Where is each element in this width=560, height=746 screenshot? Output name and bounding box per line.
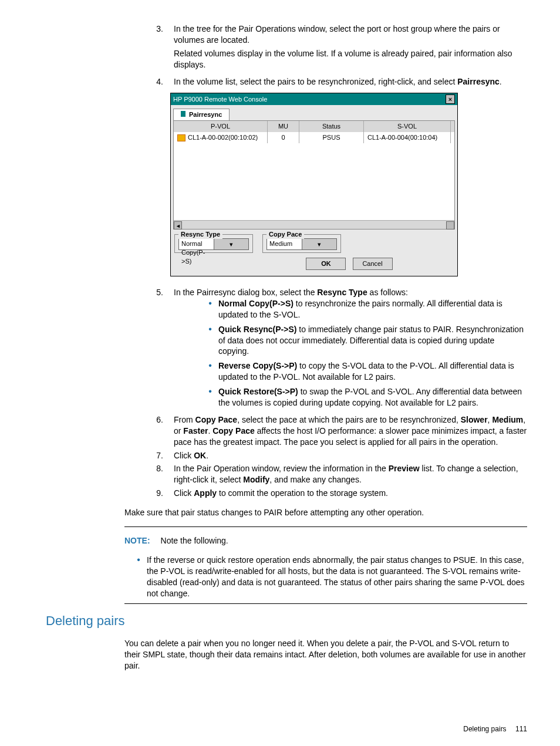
- col-mu: MU: [268, 121, 299, 132]
- copy-pace-select[interactable]: Medium ▾: [266, 238, 337, 250]
- cell: CL1-A-00-004(00:10:04): [364, 132, 451, 143]
- cell: CL1-A-00-002(00:10:02): [188, 134, 258, 141]
- step-5: 5. In the Pairresync dialog box, select …: [142, 287, 527, 412]
- step-text: In the volume list, select the pairs to …: [174, 77, 457, 86]
- t: to commit the operation to the storage s…: [217, 488, 388, 498]
- heading-deleting-pairs: Deleting pairs: [33, 612, 527, 630]
- table-row[interactable]: CL1-A-00-002(00:10:02) 0 PSUS CL1-A-00-0…: [174, 132, 454, 143]
- list-item: •Reverse Copy(S->P) to copy the S-VOL da…: [196, 360, 527, 383]
- bold-term: Reverse Copy(S->P): [218, 361, 297, 370]
- step-num: 4.: [142, 76, 174, 87]
- t: Click: [174, 488, 194, 498]
- note-text: If the reverse or quick restore operatio…: [147, 555, 527, 599]
- bold-term: Normal Copy(P->S): [218, 299, 294, 308]
- resync-type-group: Resync Type Normal Copy(P->S) ▾: [174, 234, 253, 253]
- bullet-icon: •: [196, 386, 218, 409]
- dialog-title: HP P9000 Remote Web Console: [173, 95, 267, 104]
- step-num: 3.: [142, 23, 174, 74]
- bold-term: Copy Pace: [195, 415, 238, 424]
- step-text: as follows:: [367, 288, 408, 297]
- group-label: Copy Pace: [266, 230, 304, 239]
- divider: [124, 603, 527, 604]
- resync-type-select[interactable]: Normal Copy(P->S) ▾: [178, 238, 249, 250]
- list-item: •Quick Resync(P->S) to immediately chang…: [196, 324, 527, 357]
- tab-label: Pairresync: [189, 111, 222, 118]
- divider: [124, 526, 527, 527]
- note-lead: Note the following.: [161, 536, 228, 545]
- volume-table: P-VOL MU Status S-VOL CL1-A-00-002(00:10…: [173, 120, 455, 229]
- bold-term: Quick Restore(S->P): [218, 387, 298, 396]
- t: In the Pair Operation window, review the…: [174, 464, 389, 473]
- t: , select the pace at which the pairs are…: [237, 415, 461, 424]
- h-scrollbar[interactable]: ◄►: [174, 220, 454, 229]
- t: , and make any changes.: [269, 475, 361, 484]
- bold-term: Preview: [389, 464, 420, 473]
- cell: 0: [268, 132, 299, 143]
- group-label: Resync Type: [178, 230, 222, 239]
- step-text: In the Pairresync dialog box, select the: [174, 288, 317, 297]
- step-7: 7. Click OK.: [142, 450, 527, 461]
- bold-term: Copy Pace: [212, 426, 255, 436]
- col-status: Status: [299, 121, 364, 132]
- pairresync-dialog: HP P9000 Remote Web Console × Pairresync…: [170, 93, 458, 276]
- step-num: 5.: [142, 287, 174, 412]
- close-icon[interactable]: ×: [446, 94, 455, 104]
- col-svol: S-VOL: [364, 121, 451, 132]
- t: Click: [174, 451, 194, 460]
- after-steps: Make sure that pair status changes to PA…: [33, 507, 527, 518]
- step-num: 8.: [142, 463, 174, 485]
- note-label: NOTE:: [124, 536, 161, 545]
- t: .: [208, 426, 212, 436]
- step-text-2: Related volumes display in the volume li…: [174, 48, 527, 70]
- step-num: 7.: [142, 450, 174, 461]
- bold-term: Faster: [183, 426, 208, 436]
- select-value: Medium: [267, 239, 302, 249]
- step-4: 4. In the volume list, select the pairs …: [142, 76, 527, 87]
- ok-button[interactable]: OK: [306, 258, 346, 270]
- step-6: 6. From Copy Pace, select the pace at wh…: [142, 414, 527, 448]
- bullet-icon: •: [124, 555, 147, 599]
- chevron-down-icon: ▾: [302, 239, 337, 249]
- step-text: .: [500, 77, 502, 86]
- cell: PSUS: [299, 132, 364, 143]
- list-item: •Normal Copy(P->S) to resynchronize the …: [196, 298, 527, 320]
- bullet-icon: •: [196, 360, 218, 383]
- page-number: 111: [508, 725, 527, 733]
- tab-pairresync[interactable]: Pairresync: [173, 109, 230, 120]
- step-num: 6.: [142, 414, 174, 448]
- step-num: 9.: [142, 488, 174, 499]
- deleting-body: You can delete a pair when you no longer…: [33, 638, 527, 671]
- select-value: Normal Copy(P->S): [179, 239, 214, 249]
- dialog-titlebar: HP P9000 Remote Web Console ×: [171, 93, 457, 105]
- bold-term: Slower: [461, 415, 488, 424]
- bold-term: Resync Type: [317, 288, 367, 297]
- bold-term: Apply: [194, 488, 217, 498]
- t: From: [174, 415, 195, 424]
- bold-term: OK: [194, 451, 206, 460]
- bold-term: Pairresync: [457, 77, 500, 86]
- step-9: 9. Click Apply to commit the operation t…: [142, 488, 527, 499]
- chevron-down-icon: ▾: [214, 239, 249, 249]
- note-bullet: • If the reverse or quick restore operat…: [124, 555, 527, 599]
- step-8: 8. In the Pair Operation window, review …: [142, 463, 527, 485]
- note-line: NOTE:Note the following.: [124, 535, 527, 546]
- footer-text: Deleting pairs: [463, 725, 506, 733]
- copy-pace-group: Copy Pace Medium ▾: [262, 234, 341, 253]
- bold-term: Medium: [492, 415, 523, 424]
- col-pvol: P-VOL: [174, 121, 268, 132]
- bold-term: Modify: [243, 475, 269, 484]
- list-item: •Quick Restore(S->P) to swap the P-VOL a…: [196, 386, 527, 409]
- step-text: In the tree for the Pair Operations wind…: [174, 24, 500, 45]
- bullet-icon: •: [196, 324, 218, 357]
- cancel-button[interactable]: Cancel: [353, 258, 393, 270]
- bold-term: Quick Resync(P->S): [218, 325, 296, 334]
- step-3: 3. In the tree for the Pair Operations w…: [142, 23, 527, 74]
- bullet-icon: •: [196, 298, 218, 320]
- t: .: [206, 451, 208, 460]
- volume-icon: [177, 134, 185, 141]
- page-footer: Deleting pairs 111: [33, 724, 527, 734]
